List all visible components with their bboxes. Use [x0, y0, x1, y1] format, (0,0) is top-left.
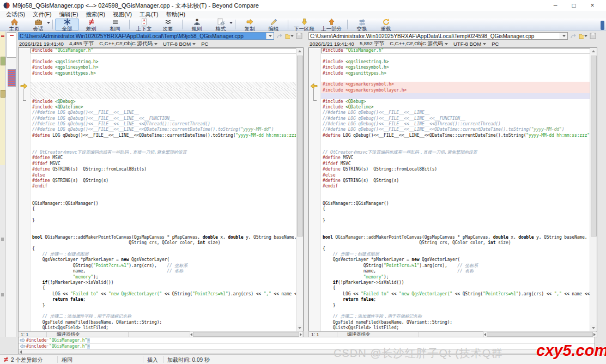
scroll-down-icon[interactable] — [590, 325, 597, 331]
code-line[interactable]: #define QSTRING(s) QString(s) — [321, 178, 590, 184]
code-line[interactable]: // 步骤二：添加属性字段，用于存储标记名称 — [321, 314, 590, 319]
code-line[interactable]: #include <QDebug> — [31, 99, 296, 105]
code-line[interactable] — [321, 308, 590, 314]
code-line[interactable]: //#define LOG qDebug()<<__FILE__<<__LINE… — [31, 110, 296, 116]
code-line[interactable] — [321, 229, 590, 235]
code-line[interactable]: #include <QDateTime> — [321, 105, 590, 110]
code-line[interactable]: #include <QDateTime> — [31, 105, 296, 110]
code-line[interactable] — [31, 138, 296, 144]
code-line[interactable]: "memory"); — [31, 275, 296, 280]
code-line[interactable]: } — [321, 303, 590, 308]
code-line[interactable]: #define MSVC — [31, 155, 296, 161]
code-line[interactable]: //#define LOG qDebug()<<__FILE__<<__LINE… — [321, 116, 590, 122]
code-line[interactable]: #define LOG qDebug()<<__FILE__<<__LINE__… — [31, 133, 296, 138]
code-line[interactable] — [321, 76, 590, 82]
scroll-left-icon[interactable] — [190, 333, 192, 336]
code-line[interactable]: return false; — [321, 297, 590, 302]
menu-item[interactable]: 搜索(R) — [82, 11, 109, 19]
code-line[interactable]: QString("Point?crs=%1").arg(crs), // 坐标系 — [321, 263, 590, 269]
open-arrow-icon[interactable] — [275, 32, 284, 40]
right-path-combo[interactable]: C:\Users\Administrator.Win102025YBRXAF\A… — [308, 32, 568, 40]
code-line[interactable]: name, // 名称 — [321, 269, 590, 274]
code-line[interactable]: LOG << "Failed to" << "new QgsVectorLaye… — [321, 292, 590, 297]
scroll-up-icon[interactable] — [590, 48, 597, 54]
swap-button[interactable]: 交换 — [350, 19, 374, 31]
code-line[interactable]: QList<QgsField> listFiled; — [31, 325, 296, 331]
code-line[interactable]: #include <QDebug> — [321, 99, 590, 105]
code-line[interactable]: LOG << "Failed to" << "new QgsVectorLaye… — [31, 292, 296, 297]
prev-section-button[interactable]: 上一部分 — [318, 19, 345, 31]
code-line[interactable]: bool QGisManager::addMakerPointToCanvas(… — [321, 235, 590, 240]
scrollbar-thumb[interactable] — [591, 56, 597, 236]
chevron-down-icon[interactable] — [47, 22, 50, 24]
context-button[interactable]: 上下文 — [132, 19, 156, 31]
code-line[interactable]: #include <qgsunittypes.h> — [321, 71, 590, 76]
diffs-button[interactable]: 差别 — [79, 19, 103, 31]
code-line[interactable] — [31, 229, 296, 235]
code-line[interactable]: // QtCreator在msvc下设置编码也或有一些乱码，直接一刀切,避免繁琐… — [31, 150, 296, 155]
close-button[interactable]: × — [583, 0, 602, 11]
next-section-button[interactable]: 下一区段 — [290, 19, 318, 31]
menu-item[interactable]: 视图(V) — [109, 11, 136, 19]
code-line[interactable]: QgsVectorLayer *pMarkerLayer = new QgsVe… — [321, 257, 590, 263]
code-line[interactable]: //#define LOG qDebug()<<__FILE__<<__LINE… — [321, 110, 590, 116]
minor-button[interactable]: 次要 — [156, 19, 180, 31]
code-line[interactable]: { — [31, 246, 296, 252]
format-button[interactable]: 格式 — [209, 19, 233, 31]
maximize-button[interactable]: □ — [565, 0, 583, 11]
code-line[interactable]: //#define LOG qDebug()<<__FILE__<<__LINE… — [321, 122, 590, 127]
code-line[interactable]: //#define LOG qDebug()<<__FILE__<<__LINE… — [321, 127, 590, 132]
save-icon[interactable] — [295, 32, 304, 40]
open-arrow-icon[interactable] — [569, 32, 578, 40]
code-line[interactable] — [321, 223, 590, 229]
code-line[interactable]: #include <qgslinesymbol.h> — [321, 65, 590, 70]
code-line[interactable]: if(!pMarkerLayer->isValid()) — [321, 280, 590, 286]
code-line[interactable]: { — [31, 207, 296, 212]
code-line[interactable]: #else — [31, 173, 296, 178]
code-line[interactable] — [31, 212, 296, 217]
code-line[interactable]: } — [31, 218, 296, 223]
copy-button[interactable]: 复制 — [238, 19, 262, 31]
file-format-dropdown[interactable]: C,C++,C#,ObjC 源代码 — [99, 40, 157, 47]
scroll-down-icon[interactable] — [296, 325, 303, 331]
code-line[interactable] — [31, 195, 296, 201]
home-button[interactable]: 主页 — [2, 19, 26, 31]
browse-folder-icon[interactable] — [285, 32, 294, 40]
scrollbar-thumb[interactable] — [487, 332, 593, 337]
code-line[interactable] — [321, 190, 590, 195]
code-line[interactable] — [31, 190, 296, 195]
menu-item[interactable]: 编辑(E) — [55, 11, 82, 19]
code-line[interactable] — [321, 195, 590, 201]
code-line[interactable]: QList<QgsField> listFiled; — [321, 325, 590, 331]
code-line[interactable]: { — [321, 286, 590, 291]
code-line[interactable]: //#define LOG qDebug()<<__FILE__<<__LINE… — [31, 116, 296, 122]
code-line[interactable]: // 步骤一：创建点图层 — [321, 252, 590, 257]
save-icon[interactable] — [589, 32, 597, 40]
code-line[interactable]: #endif — [31, 184, 296, 189]
code-line[interactable]: QgsField nameFiled(baseName, QVariant::S… — [31, 320, 296, 325]
code-line[interactable]: bool QGisManager::addMakerPointToCanvas(… — [31, 235, 296, 240]
overview-diff-marker[interactable] — [8, 69, 16, 87]
code-line[interactable]: #include <qgslinesymbol.h> — [31, 65, 296, 70]
code-line[interactable]: #include "QGisManager.h" — [321, 48, 590, 53]
scroll-left-icon[interactable] — [484, 333, 486, 336]
menu-item[interactable]: 工具(T) — [136, 11, 162, 19]
scroll-right-icon[interactable] — [593, 333, 596, 336]
code-line[interactable]: "memory"); — [321, 275, 590, 280]
scrollbar-thumb[interactable] — [193, 332, 299, 337]
same-button[interactable]: 相同 — [103, 19, 127, 31]
code-line[interactable]: #define QSTRING(s) QString(s) — [31, 178, 296, 184]
code-line[interactable]: QGisManager::QGisManager() — [321, 201, 590, 207]
code-line[interactable] — [31, 76, 296, 82]
code-line[interactable]: #endif — [321, 184, 590, 189]
scroll-right-icon[interactable] — [300, 333, 302, 336]
code-line[interactable]: name, // 名称 — [31, 269, 296, 274]
code-line[interactable]: { — [31, 286, 296, 291]
code-line[interactable]: { — [321, 246, 590, 252]
code-line[interactable]: #define QSTRING(s) QString::fromLocal8Bi… — [321, 167, 590, 172]
code-line[interactable]: #define QSTRING(s) QString::fromLocal8Bi… — [31, 167, 296, 172]
left-path-combo[interactable]: C:\Users\Administrator.Win102025YBRXAF\A… — [18, 32, 274, 40]
code-line[interactable] — [31, 308, 296, 314]
code-line[interactable]: #define LOG qDebug()<<__FILE__<<__LINE__… — [321, 133, 590, 138]
code-line[interactable]: #include <qgsmarkersymbollayer.h> — [321, 88, 590, 93]
